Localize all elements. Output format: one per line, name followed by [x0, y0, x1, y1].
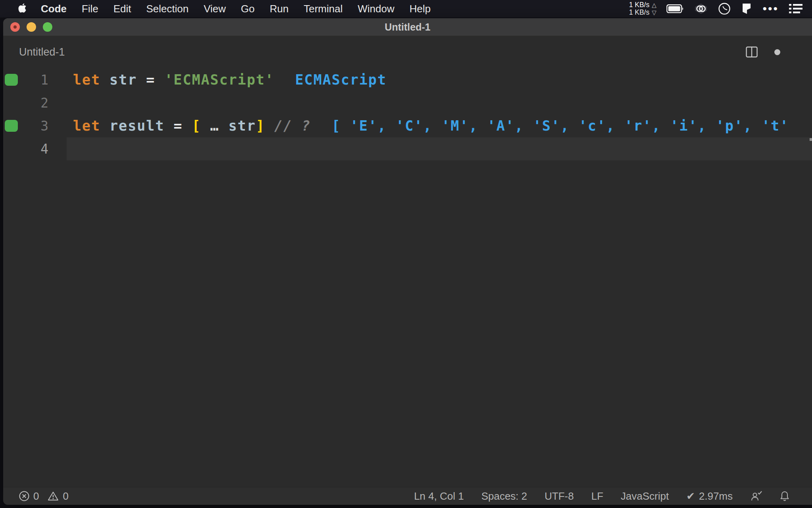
quokka-inline-value: [ 'E', 'C', 'M', 'A', 'S', 'c', 'r', 'i'…: [332, 118, 789, 134]
menu-bar: CodeFileEditSelectionViewGoRunTerminalWi…: [0, 0, 812, 17]
token-str: 'ECMAScript': [165, 72, 274, 88]
battery-icon[interactable]: [666, 4, 684, 13]
menu-item-run[interactable]: Run: [262, 3, 296, 15]
net-down-label: 1 KB/s: [629, 9, 649, 16]
menu-item-help[interactable]: Help: [402, 3, 438, 15]
window-title-bar[interactable]: Untitled-1: [3, 18, 812, 36]
menu-item-edit[interactable]: Edit: [106, 3, 139, 15]
token-comment: // ?: [265, 118, 311, 134]
editor-header: Untitled-1: [3, 36, 812, 68]
code-editor[interactable]: 1let str = 'ECMAScript'ECMAScript23let r…: [3, 68, 812, 487]
status-bar-right: Ln 4, Col 1 Spaces: 2 UTF-8 LF JavaScrip…: [414, 490, 790, 502]
quokka-exec-time[interactable]: ✔ 2.97ms: [686, 490, 733, 502]
status-bar: 0 0 Ln 4, Col 1 Spaces: 2 UTF-8 LF JavaS…: [3, 487, 812, 505]
ellipsis-icon[interactable]: •••: [762, 0, 779, 17]
code-line-2[interactable]: 2: [3, 91, 812, 114]
menu-item-view[interactable]: View: [196, 3, 234, 15]
menu-item-terminal[interactable]: Terminal: [296, 3, 350, 15]
code-line-1[interactable]: 1let str = 'ECMAScript'ECMAScript: [3, 68, 812, 91]
token-plain: [100, 72, 109, 88]
net-up-label: 1 KB/s: [629, 1, 649, 9]
up-triangle-icon: △: [652, 1, 657, 9]
token-spread: …: [201, 118, 228, 134]
menu-item-go[interactable]: Go: [234, 3, 262, 15]
cursor-position[interactable]: Ln 4, Col 1: [414, 490, 464, 502]
menu-items: CodeFileEditSelectionViewGoRunTerminalWi…: [33, 3, 438, 15]
traffic-lights: [10, 22, 52, 32]
tab-untitled-1[interactable]: Untitled-1: [19, 46, 65, 58]
check-icon: ✔: [686, 490, 695, 502]
token-bracket: [: [192, 118, 201, 134]
list-icon[interactable]: [789, 4, 802, 14]
quokka-coverage-badge: [5, 120, 18, 132]
language-mode[interactable]: JavaScript: [621, 490, 669, 502]
indentation-setting[interactable]: Spaces: 2: [481, 490, 527, 502]
quokka-inline-value: ECMAScript: [295, 72, 387, 88]
close-button[interactable]: [10, 22, 20, 32]
feedback-icon[interactable]: [750, 491, 762, 502]
problems-indicator[interactable]: 0 0: [19, 490, 69, 502]
menu-item-window[interactable]: Window: [350, 3, 402, 15]
token-var: str: [228, 118, 256, 134]
overview-ruler-mark: [810, 138, 812, 141]
warning-icon: [48, 491, 59, 501]
code-text: let str = 'ECMAScript'ECMAScript: [73, 72, 387, 88]
exec-time-label: 2.97ms: [699, 490, 733, 502]
vscode-window: Untitled-1 Untitled-1 1let str = 'ECMASc…: [3, 18, 812, 505]
clock-icon[interactable]: [718, 2, 731, 15]
network-speed-indicator[interactable]: 1 KB/s△ 1 KB/s▽: [629, 1, 656, 16]
encoding-setting[interactable]: UTF-8: [545, 490, 574, 502]
code-text: let result = [ … str] // ?[ 'E', 'C', 'M…: [73, 118, 789, 134]
token-kw: let: [73, 72, 100, 88]
eol-setting[interactable]: LF: [591, 490, 603, 502]
error-icon: [19, 491, 29, 501]
token-plain: [183, 118, 192, 134]
unsaved-changes-dot[interactable]: [774, 49, 780, 55]
menu-item-file[interactable]: File: [74, 3, 106, 15]
token-plain: [137, 72, 146, 88]
menu-item-code[interactable]: Code: [33, 3, 74, 15]
window-title: Untitled-1: [3, 21, 812, 33]
warning-count: 0: [63, 490, 68, 502]
menu-bar-status-area: 1 KB/s△ 1 KB/s▽: [629, 0, 802, 17]
token-kw: let: [73, 118, 100, 134]
error-count: 0: [33, 490, 39, 502]
token-var: str: [109, 72, 137, 88]
notifications-bell-icon[interactable]: [779, 491, 790, 502]
token-var: result: [109, 118, 164, 134]
token-plain: [165, 118, 174, 134]
menu-item-selection[interactable]: Selection: [139, 3, 196, 15]
token-op: =: [174, 118, 183, 134]
line-number: 4: [3, 141, 48, 157]
code-line-3[interactable]: 3let result = [ … str] // ?[ 'E', 'C', '…: [3, 114, 812, 137]
token-plain: [155, 72, 165, 88]
zoom-button[interactable]: [43, 22, 52, 32]
cube-icon[interactable]: [741, 3, 752, 15]
token-bracket: ]: [256, 118, 265, 134]
apple-menu-icon[interactable]: [18, 3, 28, 14]
line-number: 2: [3, 95, 48, 111]
down-triangle-icon: ▽: [652, 9, 657, 16]
quokka-coverage-badge: [5, 74, 18, 86]
token-plain: [100, 118, 109, 134]
linked-rings-icon[interactable]: [694, 3, 708, 15]
code-line-4[interactable]: 4: [3, 137, 812, 160]
minimize-button[interactable]: [27, 22, 36, 32]
split-editor-icon[interactable]: [746, 46, 758, 58]
token-op: =: [146, 72, 155, 88]
